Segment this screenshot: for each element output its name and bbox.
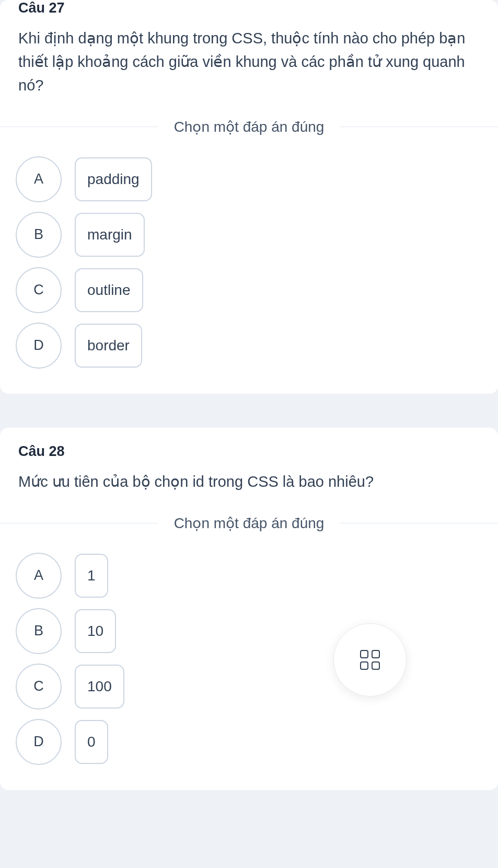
divider-line-left <box>0 127 158 127</box>
grid-icon <box>360 650 380 670</box>
instruction-text: Chọn một đáp án đúng <box>158 118 340 135</box>
question-header: Câu 27 Khi định dạng một khung trong CSS… <box>0 0 498 113</box>
option-row-c: C 100 <box>16 664 482 710</box>
option-letter-b[interactable]: B <box>16 212 62 258</box>
question-text: Khi định dạng một khung trong CSS, thuộc… <box>18 27 480 97</box>
question-text: Mức ưu tiên của bộ chọn id trong CSS là … <box>18 470 480 494</box>
divider-line-left <box>0 523 158 523</box>
instruction-divider: Chọn một đáp án đúng <box>0 515 498 532</box>
options-container: A padding B margin C outline D border <box>0 156 498 394</box>
option-letter-d[interactable]: D <box>16 719 62 765</box>
option-text-a[interactable]: 1 <box>75 554 108 598</box>
grid-menu-button[interactable] <box>333 623 407 696</box>
grid-icon-square <box>372 661 380 670</box>
option-row-a: A 1 <box>16 553 482 599</box>
option-letter-a[interactable]: A <box>16 553 62 599</box>
option-text-c[interactable]: outline <box>75 268 143 312</box>
option-row-c: C outline <box>16 267 482 313</box>
question-title: Câu 27 <box>18 0 480 16</box>
option-letter-d[interactable]: D <box>16 323 62 369</box>
option-text-a[interactable]: padding <box>75 157 152 201</box>
grid-icon-square <box>360 650 368 658</box>
grid-icon-square <box>372 650 380 658</box>
question-title: Câu 28 <box>18 443 480 460</box>
option-letter-c[interactable]: C <box>16 664 62 710</box>
option-letter-b[interactable]: B <box>16 608 62 654</box>
option-text-b[interactable]: margin <box>75 213 145 257</box>
instruction-text: Chọn một đáp án đúng <box>158 515 340 532</box>
divider-line-right <box>340 127 498 127</box>
question-card-27: Câu 27 Khi định dạng một khung trong CSS… <box>0 0 498 394</box>
option-text-b[interactable]: 10 <box>75 609 116 653</box>
instruction-divider: Chọn một đáp án đúng <box>0 118 498 135</box>
option-row-d: D border <box>16 323 482 369</box>
option-row-b: B margin <box>16 212 482 258</box>
option-text-c[interactable]: 100 <box>75 665 124 709</box>
option-row-a: A padding <box>16 156 482 202</box>
option-row-b: B 10 <box>16 608 482 654</box>
option-text-d[interactable]: 0 <box>75 720 108 764</box>
options-container: A 1 B 10 C 100 D 0 <box>0 553 498 790</box>
option-row-d: D 0 <box>16 719 482 765</box>
option-text-d[interactable]: border <box>75 324 142 368</box>
option-letter-c[interactable]: C <box>16 267 62 313</box>
divider-line-right <box>340 523 498 523</box>
grid-icon-square <box>360 661 368 670</box>
question-header: Câu 28 Mức ưu tiên của bộ chọn id trong … <box>0 443 498 509</box>
option-letter-a[interactable]: A <box>16 156 62 202</box>
question-card-28: Câu 28 Mức ưu tiên của bộ chọn id trong … <box>0 428 498 790</box>
